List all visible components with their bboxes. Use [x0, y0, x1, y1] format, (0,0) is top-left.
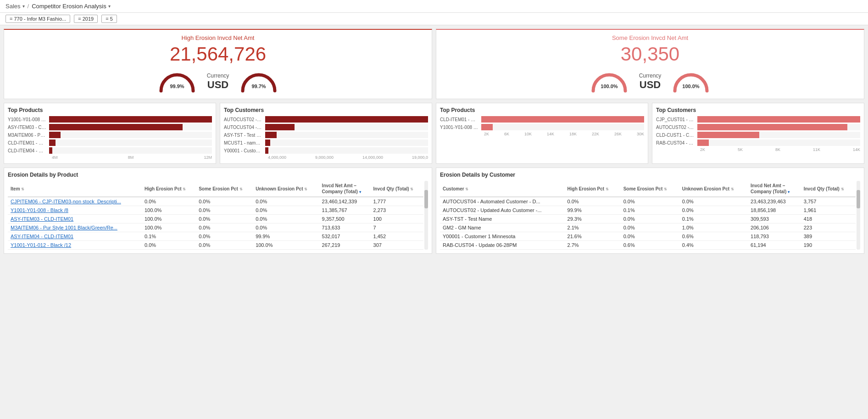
- top-metrics-section: High Erosion Invcd Net Amt 21,564,726 99…: [4, 29, 864, 99]
- bar-axis: 4M8M12M: [8, 155, 212, 160]
- col-qty[interactable]: Invcd Qty (Total) ⇅: [371, 181, 423, 197]
- bar-axis: 2K5K8K11K14K: [656, 147, 860, 152]
- table-row: ASY-ITEM04 - CLD-ITEM01 0.1% 0.0% 99.9% …: [8, 232, 423, 241]
- high-top-customers-panel: Top Customers AUTOCUST02 - U... AUTOCUST…: [220, 103, 432, 164]
- bar-label: Y1001-Y01-008 - ...: [8, 117, 49, 122]
- high-top-products-title: Top Products: [8, 107, 212, 113]
- bar-track: [697, 116, 860, 123]
- cell-customer: GM2 - GM Name: [440, 223, 565, 232]
- col-high-pct[interactable]: High Erosion Pct ⇅: [142, 181, 196, 197]
- bar-row: CLD-ITEM01 - CL...: [440, 116, 644, 123]
- cell-unknown: 0.4%: [679, 241, 748, 250]
- bar-label: MCUST1 - name ...: [224, 140, 265, 145]
- cell-high: 100.0%: [142, 215, 196, 223]
- cell-high: 0.0%: [142, 197, 196, 206]
- cell-net-amt: 9,357,500: [319, 215, 371, 223]
- bar-label: Y00001 - Custom...: [224, 148, 265, 153]
- bar-label: CLD-CUST1 - CLD...: [656, 133, 697, 138]
- some-top-products-chart: CLD-ITEM01 - CL... Y1001-Y01-008 - ... 2…: [440, 116, 644, 136]
- col-customer[interactable]: Customer ⇅: [440, 181, 565, 197]
- erosion-by-customer-panel: Erosion Details by Customer Customer ⇅ H…: [436, 168, 864, 254]
- some-erosion-value: 30,350: [444, 43, 857, 65]
- col-net-amt[interactable]: Invcd Net Amt – Company (Total) ▾: [748, 181, 801, 197]
- table-row: AUTOCUST04 - Automated Customer - D... 0…: [440, 197, 856, 206]
- col-some-pct[interactable]: Some Erosion Pct ⇅: [196, 181, 253, 197]
- cell-customer: ASY-TST - Test Name: [440, 215, 565, 223]
- cell-unknown: 100.0%: [253, 241, 319, 250]
- col-some-pct[interactable]: Some Erosion Pct ⇅: [621, 181, 679, 197]
- table-row: ASY-TST - Test Name 29.3% 0.0% 0.1% 309,…: [440, 215, 856, 223]
- cell-net-amt: 18,856,198: [748, 206, 801, 215]
- breadcrumb-parent[interactable]: Sales: [6, 3, 21, 10]
- filter-company[interactable]: = 770 - Infor M3 Fashio...: [6, 15, 70, 23]
- col-high-pct[interactable]: High Erosion Pct ⇅: [565, 181, 621, 197]
- erosion-by-customer-table: Customer ⇅ High Erosion Pct ⇅ Some Erosi…: [440, 181, 856, 250]
- cell-some: 0.6%: [621, 241, 679, 250]
- cell-net-amt: 11,385,767: [319, 206, 371, 215]
- bar-row: AUTOCUST02 - U...: [224, 116, 428, 123]
- high-currency-label: Currency: [207, 73, 229, 79]
- some-erosion-gauge2: 100.0%: [670, 69, 712, 94]
- erosion-by-customer-title: Erosion Details by Customer: [440, 172, 860, 178]
- table-row: CJPITEM06 - CJP-ITEM03-non stock_Descrip…: [8, 197, 423, 206]
- filter-year[interactable]: = 2019: [74, 15, 98, 23]
- cell-qty: 7: [371, 223, 423, 232]
- cell-some: 0.0%: [196, 197, 253, 206]
- high-top-customers-chart: AUTOCUST02 - U... AUTOCUST04 - A... ASY-…: [224, 116, 428, 160]
- cell-net-amt: 61,194: [748, 241, 801, 250]
- some-top-customers-panel: Top Customers CJP_CUST01 - CJP... AUTOCU…: [652, 103, 864, 164]
- bar-axis: 4,000,0009,000,00014,000,00019,000,0: [224, 155, 428, 160]
- cell-item[interactable]: M3AITEM06 - Pur Style 1001 Black/Green/R…: [8, 223, 142, 232]
- cell-high: 0.0%: [565, 197, 621, 206]
- table-row: Y1001-Y01-012 - Black /12 0.0% 0.0% 100.…: [8, 241, 423, 250]
- cell-unknown: 0.0%: [253, 215, 319, 223]
- cell-net-amt: 309,593: [748, 215, 801, 223]
- cell-some: 0.0%: [196, 223, 253, 232]
- cell-unknown: 1.0%: [679, 223, 748, 232]
- cell-qty: 1,961: [801, 206, 856, 215]
- cell-net-amt: 118,793: [748, 232, 801, 241]
- filter-level[interactable]: = 5: [101, 15, 117, 23]
- breadcrumb-current-arrow: ▾: [108, 4, 111, 9]
- erosion-by-product-table: Item ⇅ High Erosion Pct ⇅ Some Erosion P…: [8, 181, 423, 250]
- filter-bar: = 770 - Infor M3 Fashio... = 2019 = 5: [0, 13, 868, 25]
- bar-row: AUTOCUST02 - U...: [656, 124, 860, 130]
- bar-row: Y1001-Y01-008 - ...: [440, 124, 644, 130]
- high-top-products-chart: Y1001-Y01-008 - ... ASY-ITEM03 - CLD... …: [8, 116, 212, 160]
- some-erosion-panel: Some Erosion Invcd Net Amt 30,350 100.0%…: [436, 29, 864, 99]
- bar-track: [481, 116, 644, 123]
- bar-row: M3AITEM06 - Pur...: [8, 132, 212, 138]
- cell-item[interactable]: Y1001-Y01-012 - Black /12: [8, 241, 142, 250]
- cell-some: 0.0%: [196, 206, 253, 215]
- high-gauge1-svg: 99.9%: [156, 69, 198, 94]
- bar-track: [697, 124, 860, 130]
- cell-some: 0.0%: [621, 215, 679, 223]
- bar-track: [265, 147, 428, 154]
- cell-some: 0.0%: [196, 232, 253, 241]
- svg-text:99.9%: 99.9%: [170, 84, 184, 89]
- cell-qty: 1,452: [371, 232, 423, 241]
- bar-label: CLD-ITEM04 - CL...: [8, 148, 49, 153]
- some-erosion-gauge1: 100.0%: [589, 69, 630, 94]
- table-row: Y1001-Y01-008 - Black /8 100.0% 0.0% 0.0…: [8, 206, 423, 215]
- col-item[interactable]: Item ⇅: [8, 181, 142, 197]
- bar-row: Y1001-Y01-008 - ...: [8, 116, 212, 123]
- col-unknown-pct[interactable]: Unknown Erosion Pct ⇅: [253, 181, 319, 197]
- some-currency-value: USD: [639, 79, 662, 91]
- col-qty[interactable]: Invcd Qty (Total) ⇅: [801, 181, 856, 197]
- cell-item[interactable]: ASY-ITEM03 - CLD-ITEM01: [8, 215, 142, 223]
- bar-axis: 2K6K10K14K18K22K26K30K: [440, 132, 644, 136]
- cell-qty: 190: [801, 241, 856, 250]
- col-unknown-pct[interactable]: Unknown Erosion Pct ⇅: [679, 181, 748, 197]
- cell-item[interactable]: CJPITEM06 - CJP-ITEM03-non stock_Descrip…: [8, 197, 142, 206]
- cell-some: 0.0%: [621, 197, 679, 206]
- high-erosion-currency: Currency USD: [207, 73, 229, 91]
- high-erosion-gauges: 99.9% Currency USD 99.7%: [11, 69, 424, 94]
- some-gauge1-svg: 100.0%: [589, 69, 630, 94]
- bar-label: AUTOCUST04 - A...: [224, 125, 265, 130]
- col-net-amt[interactable]: Invcd Net Amt – Company (Total) ▾: [319, 181, 371, 197]
- bar-row: AUTOCUST04 - A...: [224, 124, 428, 130]
- cell-item[interactable]: Y1001-Y01-008 - Black /8: [8, 206, 142, 215]
- breadcrumb-parent-arrow: ▾: [22, 4, 25, 9]
- cell-item[interactable]: ASY-ITEM04 - CLD-ITEM01: [8, 232, 142, 241]
